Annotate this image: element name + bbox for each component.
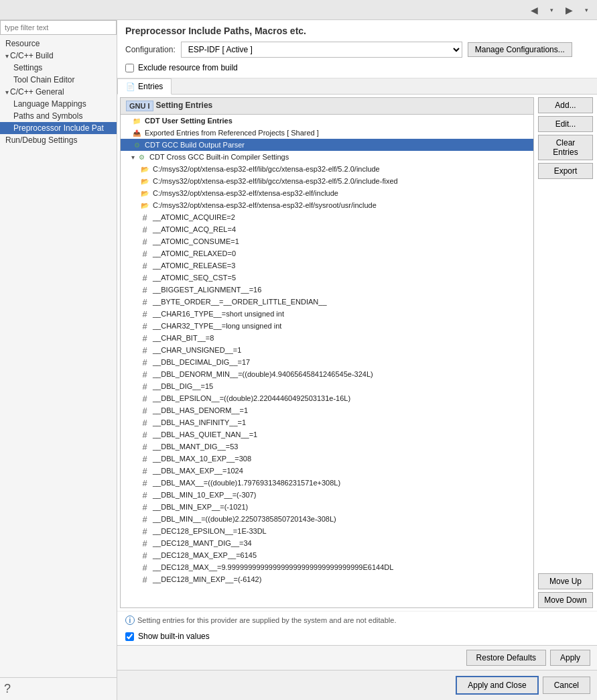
- table-row[interactable]: 📁 CDT User Setting Entries: [121, 115, 533, 127]
- table-row[interactable]: 📂 C:/msys32/opt/xtensa-esp32-elf/lib/gcc…: [121, 163, 533, 175]
- hash-icon: #: [139, 441, 150, 452]
- nav-fwd-button[interactable]: ▶: [561, 3, 577, 17]
- table-row[interactable]: # __DEC128_MIN_EXP__=(-6142): [121, 573, 533, 585]
- export-button[interactable]: Export: [538, 163, 593, 179]
- sidebar-item-settings[interactable]: Settings: [0, 62, 117, 74]
- sidebar-item-run-debug[interactable]: Run/Debug Settings: [0, 134, 117, 146]
- add-button[interactable]: Add...: [538, 97, 593, 113]
- clear-entries-button[interactable]: Clear Entries: [538, 135, 593, 160]
- table-row[interactable]: # __DEC128_MAX_EXP__=6145: [121, 549, 533, 561]
- config-select[interactable]: ESP-IDF [ Active ]: [181, 42, 462, 58]
- table-row[interactable]: # __DEC128_EPSILON__=1E-33DL: [121, 525, 533, 537]
- nav-back-button[interactable]: ◀: [526, 3, 542, 17]
- manage-configurations-button[interactable]: Manage Configurations...: [468, 42, 572, 57]
- table-row[interactable]: # __BYTE_ORDER__=__ORDER_LITTLE_ENDIAN__: [121, 296, 533, 308]
- entry-text: __CHAR_BIT__=8: [153, 334, 214, 342]
- entry-text: __DBL_DIG__=15: [153, 382, 213, 390]
- table-row[interactable]: # __ATOMIC_CONSUME=1: [121, 235, 533, 247]
- hash-icon: #: [139, 357, 150, 367]
- table-row[interactable]: 📂 C:/msys32/opt/xtensa-esp32-elf/xtensa-…: [121, 187, 533, 199]
- table-row[interactable]: # __ATOMIC_RELAXED=0: [121, 247, 533, 259]
- entry-text: __DBL_MAX__=((double)1.79769313486231571…: [153, 479, 340, 487]
- apply-and-close-button[interactable]: Apply and Close: [456, 676, 538, 695]
- table-row[interactable]: # __DBL_DIG__=15: [121, 380, 533, 392]
- restore-defaults-button[interactable]: Restore Defaults: [466, 650, 546, 666]
- table-row[interactable]: # __DEC128_MAX__=9.999999999999999999999…: [121, 561, 533, 573]
- info-icon: i: [125, 616, 135, 625]
- entry-text: __DBL_MIN__=((double)2.22507385850720143…: [153, 515, 336, 523]
- help-button[interactable]: ?: [4, 682, 11, 696]
- table-row[interactable]: # __DBL_HAS_QUIET_NAN__=1: [121, 428, 533, 441]
- table-row[interactable]: # __DBL_MAX__=((double)1.797693134862315…: [121, 477, 533, 489]
- entry-text: C:/msys32/opt/xtensa-esp32-elf/xtensa-es…: [153, 201, 377, 209]
- table-row[interactable]: ▾ ⚙ CDT Cross GCC Built-in Compiler Sett…: [121, 151, 533, 163]
- entry-text: __DBL_MIN_EXP__=(-1021): [153, 503, 248, 511]
- sidebar-item-toolchain-editor[interactable]: Tool Chain Editor: [0, 74, 117, 86]
- entries-buttons: Add... Edit... Clear Entries Export Move…: [534, 97, 594, 608]
- move-up-button[interactable]: Move Up: [538, 573, 593, 589]
- entry-text: __ATOMIC_ACQ_REL=4: [153, 225, 236, 233]
- entry-text: __DBL_MAX_10_EXP__=308: [153, 455, 251, 463]
- table-row[interactable]: # __CHAR_BIT__=8: [121, 332, 533, 344]
- table-row[interactable]: # __CHAR32_TYPE__=long unsigned int: [121, 320, 533, 332]
- table-row[interactable]: # __DBL_MIN_10_EXP__=(-307): [121, 489, 533, 501]
- table-row[interactable]: # __ATOMIC_ACQUIRE=2: [121, 211, 533, 223]
- table-row[interactable]: # __DBL_DECIMAL_DIG__=17: [121, 356, 533, 368]
- entry-text: Exported Entries from Referenced Project…: [145, 129, 319, 137]
- hash-icon: #: [139, 260, 150, 271]
- hash-icon: #: [139, 574, 150, 585]
- table-row[interactable]: # __DBL_MAX_EXP__=1024: [121, 465, 533, 477]
- sidebar-item-resource[interactable]: Resource: [0, 38, 117, 50]
- move-down-button[interactable]: Move Down: [538, 592, 593, 608]
- apply-button[interactable]: Apply: [550, 650, 590, 666]
- table-row[interactable]: # __CHAR16_TYPE__=short unsigned int: [121, 308, 533, 320]
- entries-header: GNU I Setting Entries: [121, 98, 533, 115]
- table-row[interactable]: 📂 C:/msys32/opt/xtensa-esp32-elf/lib/gcc…: [121, 175, 533, 187]
- nav-back-dropdown-button[interactable]: ▾: [543, 3, 559, 17]
- entry-text: __DBL_HAS_INFINITY__=1: [153, 418, 246, 426]
- table-row[interactable]: # __ATOMIC_SEQ_CST=5: [121, 272, 533, 284]
- table-row[interactable]: # __DBL_MANT_DIG__=53: [121, 441, 533, 453]
- compiler-icon: ⚙: [136, 152, 147, 162]
- tab-entries[interactable]: 📄 Entries: [117, 78, 172, 95]
- table-row[interactable]: 📂 C:/msys32/opt/xtensa-esp32-elf/xtensa-…: [121, 199, 533, 211]
- hash-icon: #: [139, 381, 150, 392]
- sidebar-item-preprocessor-include[interactable]: Preprocessor Include Pat: [0, 122, 117, 134]
- hash-icon: #: [139, 308, 150, 319]
- cancel-button[interactable]: Cancel: [543, 677, 590, 694]
- table-row[interactable]: # __DBL_HAS_DENORM__=1: [121, 404, 533, 416]
- hash-icon: #: [139, 212, 150, 223]
- hash-icon: #: [139, 345, 150, 355]
- edit-button[interactable]: Edit...: [538, 116, 593, 132]
- table-row[interactable]: # __ATOMIC_ACQ_REL=4: [121, 223, 533, 235]
- exclude-checkbox[interactable]: [125, 64, 134, 72]
- table-row[interactable]: # __ATOMIC_RELEASE=3: [121, 259, 533, 272]
- nav-fwd-dropdown-button[interactable]: ▾: [578, 3, 594, 17]
- entries-table: GNU I Setting Entries 📁 CDT User Setting…: [120, 97, 534, 608]
- show-builtin-checkbox[interactable]: [125, 632, 134, 641]
- sidebar-tree: Resource ▾ C/C++ Build Settings Tool Cha…: [0, 35, 117, 677]
- table-row[interactable]: 📤 Exported Entries from Referenced Proje…: [121, 127, 533, 139]
- entry-text: CDT Cross GCC Built-in Compiler Settings: [149, 153, 289, 161]
- table-row[interactable]: # __DEC128_MANT_DIG__=34: [121, 537, 533, 549]
- tab-entries-label: Entries: [138, 82, 163, 91]
- table-row[interactable]: # __DBL_MIN__=((double)2.225073858507201…: [121, 513, 533, 525]
- sidebar-item-language-mappings[interactable]: Language Mappings: [0, 98, 117, 110]
- table-row[interactable]: ⚙ CDT GCC Build Output Parser: [121, 139, 533, 151]
- sidebar-group-cpp-build[interactable]: ▾ C/C++ Build: [0, 50, 117, 62]
- sidebar-item-paths-symbols[interactable]: Paths and Symbols: [0, 110, 117, 122]
- table-row[interactable]: # __BIGGEST_ALIGNMENT__=16: [121, 284, 533, 296]
- table-row[interactable]: # __DBL_HAS_INFINITY__=1: [121, 416, 533, 428]
- table-row[interactable]: # __DBL_MAX_10_EXP__=308: [121, 453, 533, 465]
- table-row[interactable]: # __DBL_DENORM_MIN__=((double)4.94065645…: [121, 368, 533, 380]
- entry-text: __ATOMIC_RELAXED=0: [153, 249, 236, 257]
- table-row[interactable]: # __CHAR_UNSIGNED__=1: [121, 344, 533, 356]
- filter-input[interactable]: [0, 20, 117, 35]
- table-row[interactable]: # __DBL_MIN_EXP__=(-1021): [121, 501, 533, 513]
- entries-scroll[interactable]: 📁 CDT User Setting Entries 📤 Exported En…: [121, 115, 533, 607]
- sidebar-group-cpp-general[interactable]: ▾ C/C++ General: [0, 86, 117, 98]
- table-row[interactable]: # __DBL_EPSILON__=((double)2.22044460492…: [121, 392, 533, 404]
- hash-icon: #: [139, 502, 150, 512]
- entry-text: __DEC128_EPSILON__=1E-33DL: [153, 527, 267, 535]
- entry-text: __DBL_MIN_10_EXP__=(-307): [153, 491, 256, 499]
